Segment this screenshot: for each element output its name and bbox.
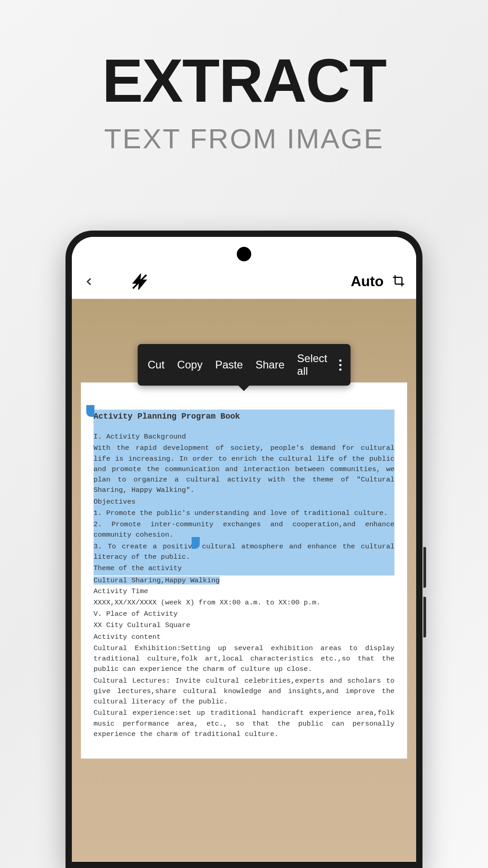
side-button bbox=[423, 547, 426, 588]
camera-notch bbox=[237, 247, 251, 261]
time-label: Activity Time bbox=[94, 586, 394, 597]
objectives-label: Objectives bbox=[94, 497, 394, 507]
phone-screen: Auto Cut Copy Paste Share Select all bbox=[72, 237, 416, 862]
content-paragraph: Cultural experience:set up traditional h… bbox=[94, 708, 394, 740]
objective-item: 2. Promote inter-community exchanges and… bbox=[94, 519, 394, 541]
share-button[interactable]: Share bbox=[249, 359, 291, 371]
content-paragraph: Cultural Lectures: Invite cultural celeb… bbox=[94, 676, 394, 708]
place-label: V. Place of Activity bbox=[94, 609, 394, 619]
text-selection-menu: Cut Copy Paste Share Select all bbox=[138, 344, 351, 386]
hero-title: EXTRACT bbox=[0, 50, 488, 111]
back-button[interactable] bbox=[83, 275, 95, 288]
dot-icon bbox=[339, 364, 341, 366]
app-toolbar: Auto bbox=[72, 237, 416, 299]
dot-icon bbox=[339, 368, 341, 371]
flash-off-icon bbox=[131, 274, 148, 290]
crop-button[interactable] bbox=[392, 274, 405, 289]
select-all-button[interactable]: Select all bbox=[291, 352, 334, 377]
theme-label: Theme of the activity bbox=[94, 563, 394, 574]
objective-item: 1. Promote the public's understanding an… bbox=[94, 508, 394, 519]
section-header: I. Activity Background bbox=[94, 432, 394, 442]
side-button bbox=[423, 597, 426, 637]
camera-preview: Cut Copy Paste Share Select all Activity… bbox=[72, 299, 416, 861]
more-options-button[interactable] bbox=[333, 359, 347, 371]
dot-icon bbox=[339, 359, 341, 362]
menu-arrow bbox=[238, 385, 250, 391]
content-label: Activity content bbox=[94, 632, 394, 642]
selection-handle-start[interactable] bbox=[86, 405, 94, 417]
content-paragraph: Cultural Exhibition:Setting up several e… bbox=[94, 643, 394, 675]
chevron-left-icon bbox=[83, 275, 95, 288]
hero-subtitle: TEXT FROM IMAGE bbox=[0, 123, 488, 155]
selection-handle-end[interactable] bbox=[192, 537, 200, 549]
extracted-text-document[interactable]: Activity Planning Program Book I. Activi… bbox=[81, 382, 407, 759]
paste-button[interactable]: Paste bbox=[209, 359, 249, 371]
phone-frame: Auto Cut Copy Paste Share Select all bbox=[66, 231, 422, 868]
cut-button[interactable]: Cut bbox=[141, 359, 171, 371]
crop-icon bbox=[392, 274, 405, 288]
place-value: XX City Cultural Square bbox=[94, 620, 394, 631]
theme-value: Cultural Sharing,Happy Walking bbox=[94, 576, 220, 585]
objective-item: 3. To create a positive cultural atmosph… bbox=[94, 542, 394, 563]
paragraph: With the rapid development of society, p… bbox=[94, 443, 394, 495]
time-value: XXXX,XX/XX/XXXX (week X) from XX:00 a.m.… bbox=[94, 598, 394, 608]
auto-mode-label[interactable]: Auto bbox=[351, 273, 384, 290]
copy-button[interactable]: Copy bbox=[171, 359, 209, 371]
document-title: Activity Planning Program Book bbox=[94, 410, 394, 423]
flash-toggle-button[interactable] bbox=[131, 274, 148, 290]
